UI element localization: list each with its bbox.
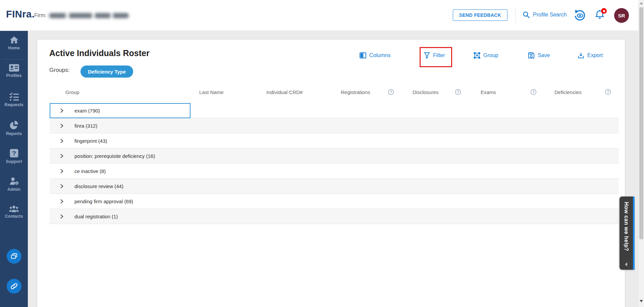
expand-chevron-icon[interactable]	[60, 184, 64, 188]
notifications-button[interactable]	[594, 9, 606, 22]
sidebar-item-label: Admin	[0, 187, 28, 192]
expand-chevron-icon[interactable]	[60, 169, 64, 173]
expand-chevron-icon[interactable]	[60, 154, 64, 158]
save-icon	[528, 52, 535, 59]
columns-icon	[360, 52, 366, 58]
column-header-individual-crd[interactable]: Individual CRD#	[266, 89, 303, 95]
scroll-up-arrow[interactable]	[640, 2, 643, 4]
firm-label: Firm:	[34, 12, 46, 18]
column-header-last-name[interactable]: Last Name	[199, 89, 224, 95]
filter-button[interactable]: Filter	[424, 51, 445, 60]
expand-chevron-icon[interactable]	[60, 199, 64, 204]
help-tab[interactable]: How can we help?	[620, 196, 635, 270]
sidebar-divider	[2, 59, 26, 59]
disclosures-help-icon[interactable]: ?	[455, 89, 461, 95]
sidebar-item-label: Requests	[0, 102, 28, 107]
send-feedback-button[interactable]: SEND FEEDBACK	[453, 9, 507, 21]
group-icon	[474, 52, 480, 59]
table-row-exam[interactable]: exam (790)	[50, 103, 619, 118]
scrollbar-thumb[interactable]	[639, 7, 643, 239]
deficiencies-help-icon[interactable]: ?	[605, 89, 611, 95]
filter-icon	[424, 52, 430, 59]
sidebar-item-requests[interactable]: Requests	[0, 92, 28, 107]
row-label: exam (790)	[74, 103, 100, 118]
save-button[interactable]: Save	[528, 51, 550, 60]
columns-button[interactable]: Columns	[360, 51, 390, 60]
svg-text:?: ?	[532, 90, 535, 94]
row-label: fingerprint (43)	[74, 133, 107, 148]
window-scrollbar	[638, 0, 644, 307]
topbar-divider	[516, 8, 516, 23]
sidebar-item-label: Support	[0, 159, 28, 164]
finra-logo[interactable]: FINra.	[6, 9, 35, 20]
page-title: Active Individuals Roster	[49, 48, 150, 58]
pie-chart-icon	[9, 120, 19, 130]
table-row-ce-inactive[interactable]: ce inactive (8)	[50, 164, 619, 179]
groups-label: Groups:	[49, 67, 69, 74]
sidebar-item-reports[interactable]: Reports	[0, 120, 28, 136]
collapse-chevron-icon	[625, 262, 627, 266]
row-label: ce inactive (8)	[74, 164, 106, 179]
filter-label: Filter	[433, 52, 445, 58]
group-label: Group	[483, 52, 498, 58]
checklist-icon	[9, 92, 19, 101]
svg-text:?: ?	[457, 90, 459, 94]
app-root: FINra. Firm: SEND FEEDBACK Profile Searc…	[0, 0, 644, 307]
expand-chevron-icon[interactable]	[60, 124, 64, 128]
help-tab-label: How can we help?	[623, 202, 629, 251]
copy-link-button[interactable]	[7, 279, 21, 294]
firm-name-redacted	[49, 13, 129, 18]
column-header-exams[interactable]: Exams	[481, 89, 496, 95]
group-button[interactable]: Group	[474, 51, 498, 60]
profile-search-label: Profile Search	[533, 12, 567, 18]
table-row-position-prerequisite[interactable]: position: prerequisite deficiency (16)	[50, 148, 619, 164]
sidebar-item-label: Home	[0, 46, 28, 50]
table-row-fingerprint[interactable]: fingerprint (43)	[50, 133, 619, 148]
registrations-help-icon[interactable]: ?	[388, 89, 394, 95]
user-gear-icon	[9, 177, 19, 186]
sidebar-item-label: Reports	[0, 131, 28, 136]
home-icon	[9, 36, 19, 44]
sidebar-item-profiles[interactable]: Profiles	[0, 64, 28, 78]
row-label: dual registration (1)	[74, 209, 118, 224]
sidebar-item-label: Profiles	[0, 73, 28, 78]
roster-card: Active Individuals Roster Columns Filter	[37, 40, 625, 307]
sidebar-item-support[interactable]: ? Support	[0, 148, 28, 164]
group-chip-deficiency-type[interactable]: Deficiency Type	[80, 65, 133, 78]
user-avatar[interactable]: SR	[614, 8, 629, 23]
selected-cell-outline	[50, 103, 191, 118]
expand-chevron-icon[interactable]	[60, 214, 64, 219]
expand-chevron-icon[interactable]	[60, 108, 64, 113]
sidebar-item-home[interactable]: Home	[0, 36, 28, 50]
column-header-disclosures[interactable]: Disclosures	[413, 89, 439, 95]
table-header-row: Group Last Name Individual CRD# Registra…	[37, 89, 625, 99]
table-row-finra[interactable]: finra (312)	[50, 118, 619, 133]
row-label: finra (312)	[74, 118, 97, 133]
column-header-registrations[interactable]: Registrations	[341, 89, 370, 95]
exams-help-icon[interactable]: ?	[530, 89, 537, 95]
table-row-disclosure-review[interactable]: disclosure review (44)	[50, 179, 619, 194]
multi-window-button[interactable]	[7, 249, 21, 264]
recently-viewed-button[interactable]	[574, 9, 586, 21]
column-header-group[interactable]: Group	[65, 89, 79, 95]
column-header-deficiencies[interactable]: Deficiencies	[554, 89, 582, 95]
scroll-down-arrow[interactable]	[640, 300, 643, 302]
link-icon	[10, 282, 18, 290]
table-row-dual-registration[interactable]: dual registration (1)	[50, 209, 619, 224]
history-eye-icon	[574, 9, 586, 21]
profile-search-button[interactable]: Profile Search	[523, 11, 567, 18]
sidebar-item-admin[interactable]: Admin	[0, 177, 28, 192]
sidebar-item-contacts[interactable]: Contacts	[0, 205, 28, 219]
question-square-icon: ?	[9, 148, 19, 158]
svg-text:?: ?	[12, 150, 16, 157]
expand-chevron-icon[interactable]	[60, 139, 64, 143]
windows-icon	[10, 252, 18, 260]
export-label: Export	[587, 52, 603, 58]
table-row-pending-firm-approval[interactable]: pending firm approval (69)	[50, 194, 619, 209]
table-body: exam (790) finra (312) fingerprint (43) …	[50, 103, 619, 224]
top-bar: FINra. Firm: SEND FEEDBACK Profile Searc…	[0, 0, 644, 31]
sidebar-nav: Home Profiles Requests	[0, 31, 28, 307]
export-button[interactable]: Export	[578, 51, 603, 60]
svg-text:?: ?	[607, 90, 609, 94]
search-icon	[523, 11, 530, 18]
